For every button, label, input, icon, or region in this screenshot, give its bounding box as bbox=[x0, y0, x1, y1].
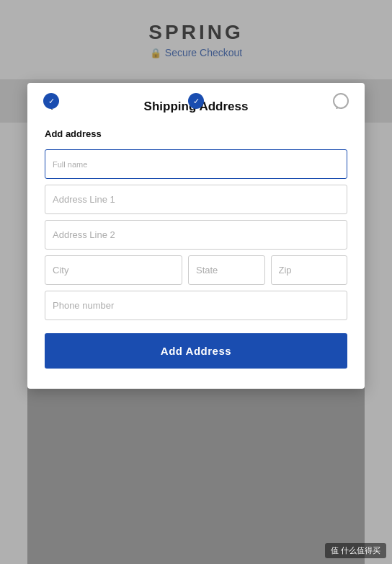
full-name-input[interactable] bbox=[45, 149, 347, 179]
watermark-text: 值 什么值得买 bbox=[331, 545, 380, 556]
step-2-circle: ✓ bbox=[188, 93, 204, 109]
state-input[interactable] bbox=[188, 255, 265, 285]
add-address-label: Add address bbox=[45, 128, 347, 139]
zip-input[interactable] bbox=[271, 255, 348, 285]
address-line1-input[interactable] bbox=[45, 185, 347, 214]
side-panel-left bbox=[0, 123, 27, 564]
step-1-check: ✓ bbox=[48, 97, 55, 106]
city-input[interactable] bbox=[45, 255, 182, 285]
phone-input[interactable] bbox=[45, 291, 347, 320]
add-address-button[interactable]: Add Address bbox=[45, 333, 347, 369]
side-panel-right bbox=[365, 123, 392, 564]
step-2-check: ✓ bbox=[193, 97, 200, 106]
step-3-circle bbox=[333, 93, 349, 109]
city-state-zip-row bbox=[45, 255, 347, 285]
watermark: 值 什么值得买 bbox=[325, 543, 386, 558]
shipping-address-modal: ‹ Shipping Address × Add address Add Add… bbox=[27, 83, 365, 389]
step-1-circle: ✓ bbox=[43, 93, 59, 109]
address-line2-input[interactable] bbox=[45, 220, 347, 250]
